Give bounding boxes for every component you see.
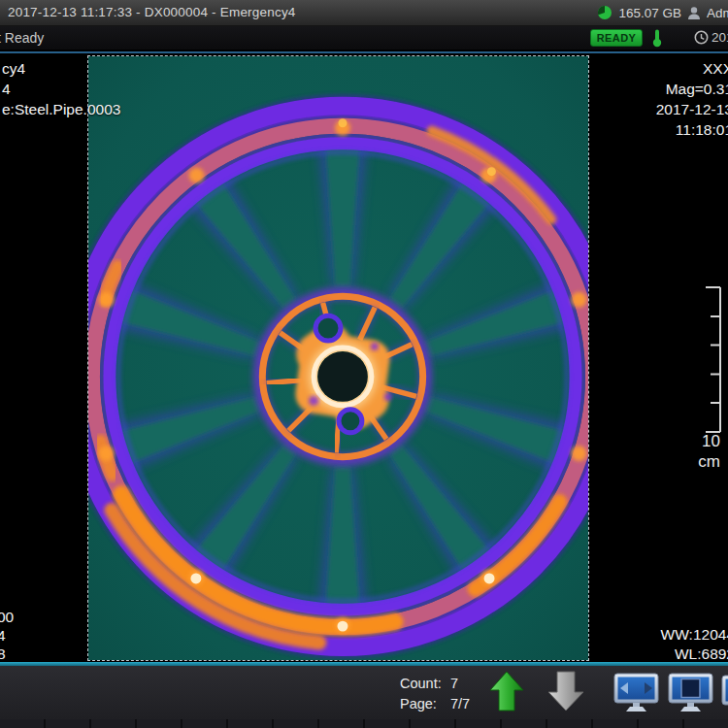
overlay-bottom-right: WW:12044 WL:6892 bbox=[661, 625, 728, 664]
monitor-square-icon bbox=[668, 673, 714, 713]
overlay-procedure: e:Steel.Pipe.0003 bbox=[2, 99, 120, 119]
scale-label: 10 cm bbox=[678, 431, 720, 472]
count-page-info: Count: 7 Page: 7/7 bbox=[400, 673, 470, 713]
overlay-time: 11:18:01 bbox=[656, 119, 728, 140]
overlay-magnification: Mag=0.31 bbox=[656, 79, 728, 99]
count-label: Count: bbox=[400, 676, 450, 691]
monitor-arrows-icon bbox=[613, 673, 660, 713]
clipped-monitor-icon bbox=[721, 675, 728, 711]
overlay-xxx: XXX bbox=[656, 58, 728, 79]
status-time: 2017 bbox=[711, 30, 728, 45]
generator-status: t Ready bbox=[0, 30, 44, 46]
status-bar: t Ready READY 2017 bbox=[0, 26, 728, 50]
overlay-study-id: 4 bbox=[2, 79, 120, 99]
arrow-down-icon bbox=[546, 670, 586, 712]
overlay-bl-line2: 4 bbox=[0, 626, 14, 645]
thermometer-icon bbox=[650, 28, 664, 48]
scale-ruler bbox=[699, 283, 724, 437]
scale-unit: cm bbox=[678, 451, 720, 472]
overlay-window-level: WL:6892 bbox=[661, 645, 728, 664]
page-value: 7/7 bbox=[450, 696, 470, 711]
storage-size: 165.07 GB bbox=[618, 6, 681, 20]
previous-image-button[interactable] bbox=[488, 670, 525, 715]
overlay-top-left: cy4 4 e:Steel.Pipe.0003 bbox=[2, 58, 120, 119]
overlay-window-width: WW:12044 bbox=[661, 625, 728, 645]
title-bar: 2017-12-13 11:17:33 - DX000004 - Emergen… bbox=[0, 0, 728, 26]
overlay-study-name: cy4 bbox=[2, 58, 120, 79]
bottom-toolbar: Count: 7 Page: 7/7 bbox=[0, 666, 728, 719]
application-window: 2017-12-13 11:17:33 - DX000004 - Emergen… bbox=[0, 0, 728, 728]
user-icon bbox=[687, 6, 701, 20]
xray-wheel-image bbox=[88, 56, 588, 660]
viewport-top-divider bbox=[0, 51, 728, 53]
clock-icon bbox=[694, 30, 709, 45]
clipped-toolbar-button[interactable] bbox=[721, 675, 728, 711]
storage-pie-icon bbox=[597, 5, 612, 20]
arrow-up-icon bbox=[488, 670, 525, 712]
overlay-bl-line1: 00 bbox=[0, 608, 14, 626]
next-image-button[interactable] bbox=[546, 670, 586, 715]
overlay-top-right: XXX Mag=0.31 2017-12-13 11:18:01 bbox=[656, 58, 728, 140]
overlay-bl-line3: 8 bbox=[0, 645, 14, 663]
user-name: Adm bbox=[707, 6, 728, 20]
window-title: 2017-12-13 11:17:33 - DX000004 - Emergen… bbox=[8, 5, 296, 19]
dual-monitor-button[interactable] bbox=[613, 673, 660, 716]
count-value: 7 bbox=[450, 676, 458, 691]
single-monitor-button[interactable] bbox=[668, 673, 714, 716]
overlay-bottom-left: 00 4 8 bbox=[0, 608, 14, 663]
overlay-date: 2017-12-13 bbox=[656, 99, 728, 119]
scale-value: 10 bbox=[678, 431, 720, 451]
xray-image-selection[interactable] bbox=[87, 55, 589, 661]
page-label: Page: bbox=[400, 696, 450, 711]
title-bar-right: 165.07 GB Adm bbox=[597, 0, 728, 25]
ready-badge: READY bbox=[590, 29, 643, 47]
thumbnail-strip[interactable] bbox=[0, 719, 728, 728]
